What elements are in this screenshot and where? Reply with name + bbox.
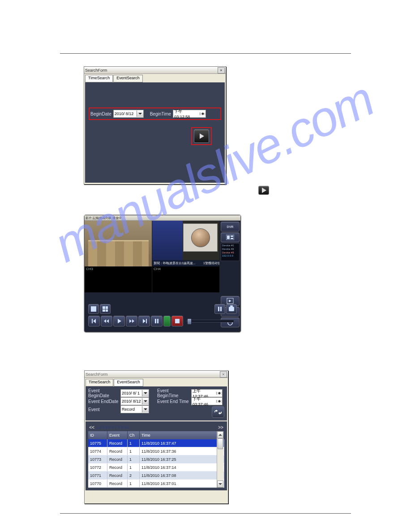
titlebar: SearchForm × xyxy=(84,67,226,74)
table-row[interactable]: 10772Record111/8/2010 16:37:14 xyxy=(88,463,224,472)
pager-1[interactable]: 1 xyxy=(96,425,98,429)
rule-top xyxy=(60,53,351,54)
event-enddate-field[interactable]: 2010/ 8/12 xyxy=(120,397,149,405)
table-row[interactable]: 10774Record111/8/2010 16:37:36 xyxy=(88,447,224,455)
event-begindate-label: Event BeginDate xyxy=(88,388,119,398)
searchform-window-eventsearch: SearchForm × TimeSearch EventSearch Even… xyxy=(84,370,228,504)
rewind-button[interactable] xyxy=(101,316,112,326)
ch2-caption-left: 新聞：昨晚凌晨在台1線高速... xyxy=(154,261,196,266)
tab-eventsearch[interactable]: EventSearch xyxy=(113,75,143,82)
spinner-icon[interactable] xyxy=(216,400,222,403)
spinner-icon[interactable] xyxy=(216,392,222,395)
pager-8[interactable]: 8 xyxy=(118,425,120,429)
results-table: ID Event Ch Time 10775Record111/8/2010 1… xyxy=(88,431,224,488)
pause-all-button[interactable] xyxy=(214,304,225,314)
fast-forward-button[interactable] xyxy=(126,316,137,326)
eventsearch-filters: Event BeginDate 2010/ 8/ 1 Event BeginTi… xyxy=(86,386,227,420)
snapshot-toolbar-button[interactable] xyxy=(226,304,237,314)
table-row[interactable]: 10771Record211/8/2010 16:37:08 xyxy=(88,472,224,480)
pager-10[interactable]: 10 xyxy=(124,425,128,429)
rule-bottom xyxy=(60,513,351,514)
table-row[interactable]: 10775Record111/8/2010 16:37:47 xyxy=(88,439,224,447)
pager-4[interactable]: 4 xyxy=(105,425,107,429)
event-begindate-field[interactable]: 2010/ 8/ 1 xyxy=(120,389,149,397)
inline-play-reference xyxy=(258,186,269,195)
video-ch1[interactable] xyxy=(85,221,152,266)
spinner-icon[interactable] xyxy=(200,112,206,115)
table-row[interactable]: 10770Record111/8/2010 16:37:01 xyxy=(88,480,224,488)
begintime-field[interactable]: 下午 03:12:58 xyxy=(173,110,206,118)
step-back-button[interactable] xyxy=(88,316,100,326)
close-icon[interactable]: × xyxy=(218,67,225,73)
pager-next[interactable]: >> xyxy=(217,425,224,430)
fullscreen-button[interactable] xyxy=(88,304,99,314)
event-type-label: Event xyxy=(88,407,119,412)
play-icon xyxy=(258,186,269,195)
pager-2[interactable]: 2 xyxy=(99,425,101,429)
chevron-down-icon[interactable] xyxy=(142,406,149,412)
dvr-button[interactable]: DVR xyxy=(221,222,240,232)
pager-5[interactable]: 5 xyxy=(108,425,111,429)
play-button[interactable] xyxy=(113,316,125,326)
col-id[interactable]: ID xyxy=(88,431,107,439)
seek-slider[interactable] xyxy=(187,320,234,322)
window-title: SearchForm xyxy=(86,372,108,377)
titlebar: SearchForm × xyxy=(85,371,228,378)
video-ch4[interactable]: CH4 xyxy=(152,266,220,292)
close-icon[interactable]: × xyxy=(220,371,227,378)
svg-rect-2 xyxy=(231,236,233,237)
ch2-caption-right: 1警獲得封信 xyxy=(203,261,220,266)
col-ch[interactable]: Ch xyxy=(128,431,140,439)
video-ch2[interactable]: 新聞：昨晚凌晨在台1線高速... 1警獲得封信 xyxy=(152,221,220,266)
timesearch-body: BeginDate 2010/ 8/12 BeginTime 下午 03:12:… xyxy=(85,82,225,183)
highlight-daterow: BeginDate 2010/ 8/12 BeginTime 下午 03:12:… xyxy=(89,107,221,120)
player-window: 影片 記錄搜尋列表 播放中 新聞：昨晚凌晨在台1線高速... 1警獲得封信 xyxy=(84,215,241,332)
event-begintime-label: Event BeginTime xyxy=(157,388,189,398)
cut-start-button[interactable] xyxy=(163,316,171,326)
svg-rect-3 xyxy=(231,238,233,239)
col-time[interactable]: Time xyxy=(140,431,224,439)
play-button[interactable] xyxy=(194,129,209,143)
scroll-up-icon[interactable] xyxy=(217,431,223,438)
tab-timesearch[interactable]: TimeSearch xyxy=(85,75,113,82)
pager-3[interactable]: 3 xyxy=(102,425,104,429)
toolbar-row-2 xyxy=(88,316,237,326)
record-button[interactable] xyxy=(171,316,183,326)
pager-prev[interactable]: << xyxy=(88,425,95,430)
event-enddate-label: Event EndDate xyxy=(88,399,119,404)
results-section: << 1 2 3 4 5 6 7 8 9 10 >> ID Event xyxy=(86,421,227,490)
svg-marker-5 xyxy=(229,300,231,302)
tabs: TimeSearch EventSearch xyxy=(84,74,226,82)
pager-7[interactable]: 7 xyxy=(115,425,117,429)
searchform-window-timesearch: SearchForm × TimeSearch EventSearch Begi… xyxy=(84,66,226,184)
layout-button[interactable] xyxy=(221,232,240,242)
vertical-scrollbar[interactable] xyxy=(217,431,223,488)
chevron-down-icon[interactable] xyxy=(142,398,149,404)
toolbar-row-1 xyxy=(88,304,237,314)
tab-timesearch[interactable]: TimeSearch xyxy=(86,379,113,386)
video-ch3[interactable]: CH3 xyxy=(85,266,152,292)
scroll-down-icon[interactable] xyxy=(217,481,223,488)
begindate-field[interactable]: 2010/ 8/12 xyxy=(113,110,144,118)
device-info: Device #1 Device #2 Device #3 192.0.0.0 xyxy=(221,243,240,261)
pause-button[interactable] xyxy=(151,316,163,326)
tabs: TimeSearch EventSearch xyxy=(85,378,228,386)
pager-6[interactable]: 6 xyxy=(111,425,114,429)
refresh-button[interactable] xyxy=(212,406,224,418)
col-event[interactable]: Event xyxy=(107,431,128,439)
event-endtime-field[interactable]: 下午 03:37:46 xyxy=(191,397,223,405)
tab-eventsearch[interactable]: EventSearch xyxy=(114,379,143,386)
chevron-down-icon[interactable] xyxy=(137,111,143,117)
pager: << 1 2 3 4 5 6 7 8 9 10 >> xyxy=(88,423,224,431)
step-forward-button[interactable] xyxy=(138,316,150,326)
quad-layout-button[interactable] xyxy=(100,304,111,314)
chevron-down-icon[interactable] xyxy=(142,390,149,396)
begintime-label: BeginTime xyxy=(150,112,171,116)
scrollbar-thumb[interactable] xyxy=(218,438,223,449)
slider-thumb[interactable] xyxy=(187,318,192,325)
video-row-bottom: CH3 CH4 xyxy=(85,266,220,292)
player-meta-text: 影片 記錄搜尋列表 播放中 xyxy=(86,216,122,220)
table-row[interactable]: 10773Record111/8/2010 16:37:25 xyxy=(88,455,224,463)
pager-9[interactable]: 9 xyxy=(121,425,123,429)
event-type-field[interactable]: Record xyxy=(120,405,149,413)
